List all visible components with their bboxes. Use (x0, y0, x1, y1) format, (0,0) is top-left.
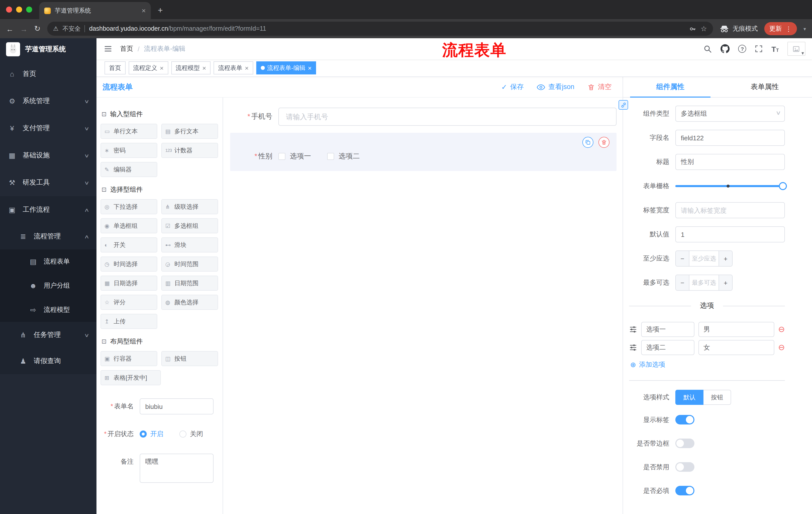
tag-process-form[interactable]: 流程表单 × (213, 61, 253, 75)
status-off-radio[interactable]: 关闭 (179, 430, 203, 438)
hamburger-icon[interactable] (104, 44, 113, 53)
tag-close-icon[interactable]: × (245, 64, 249, 72)
tab-close-icon[interactable]: × (142, 6, 146, 15)
sidebar-item-system[interactable]: ⚙ 系统管理 ∨ (0, 87, 96, 115)
component-type-value[interactable] (675, 106, 785, 122)
status-on-radio[interactable]: 开启 (140, 430, 163, 438)
gender-option2-checkbox[interactable]: 选项二 (327, 152, 360, 161)
reload-icon[interactable]: ↻ (34, 24, 40, 33)
tag-close-icon[interactable]: × (202, 64, 206, 72)
option1-label-input[interactable] (641, 322, 694, 337)
add-option-button[interactable]: ⊕ 添加选项 (630, 360, 785, 369)
sidebar-item-infrastructure[interactable]: ▦ 基础设施 ∨ (0, 142, 96, 169)
sidebar-item-home[interactable]: ⌂ 首页 (0, 60, 96, 87)
remove-option-icon[interactable]: ⊖ (778, 344, 785, 352)
address-bar[interactable]: ⚠ 不安全 dashboard.yudao.iocoder.cn/bpm/man… (47, 22, 713, 36)
palette-item-table[interactable]: ⊞表格[开发中] (100, 370, 161, 385)
window-minimize-button[interactable] (16, 6, 22, 12)
palette-item-upload[interactable]: ↥上传 (100, 314, 157, 329)
increment-button[interactable]: + (719, 275, 732, 290)
palette-item-slider[interactable]: ⊷滑块 (161, 237, 218, 252)
remark-textarea[interactable]: 嘿嘿 (140, 454, 213, 483)
form-canvas[interactable]: *手机号 (223, 98, 622, 514)
label-width-input[interactable] (675, 202, 785, 218)
style-button-button[interactable]: 按钮 (703, 390, 731, 405)
breadcrumb-home[interactable]: 首页 (120, 44, 133, 53)
field-name-input[interactable] (675, 130, 785, 146)
component-type-select[interactable]: ∨ (675, 106, 785, 122)
sidebar-item-user-group[interactable]: ☻ 用户分组 (0, 274, 96, 298)
sidebar-item-payment[interactable]: ¥ 支付管理 ∨ (0, 115, 96, 142)
tab-component-props[interactable]: 组件属性 (623, 77, 718, 97)
tag-process-definition[interactable]: 流程定义 × (128, 61, 168, 75)
gender-option1-checkbox[interactable]: 选项一 (279, 152, 311, 161)
browser-menu-icon[interactable]: ⋮ (785, 25, 792, 32)
sidebar-item-task-management[interactable]: ⋔ 任务管理 ∨ (0, 322, 96, 348)
palette-item-time-range[interactable]: ◶时间范围 (161, 256, 218, 272)
palette-item-switch[interactable]: ◐开关 (100, 237, 157, 252)
sidebar-item-devtools[interactable]: ⚒ 研发工具 ∨ (0, 169, 96, 196)
option2-value-input[interactable] (698, 340, 774, 355)
duplicate-component-button[interactable] (582, 137, 593, 148)
remove-option-icon[interactable]: ⊖ (778, 325, 785, 333)
font-size-icon[interactable]: TT (772, 45, 779, 53)
github-icon[interactable] (721, 44, 730, 53)
canvas-field-phone[interactable]: *手机号 (230, 108, 616, 126)
new-tab-button[interactable]: + (158, 5, 163, 16)
tag-close-icon[interactable]: × (160, 64, 164, 72)
drag-handle-icon[interactable] (629, 325, 637, 333)
tag-home[interactable]: 首页 (105, 61, 126, 75)
window-close-button[interactable] (6, 6, 12, 12)
tag-close-icon[interactable]: × (308, 64, 312, 72)
tab-form-props[interactable]: 表单属性 (718, 77, 812, 97)
option2-label-input[interactable] (641, 340, 694, 355)
sidebar-item-process-form[interactable]: ▤ 流程表单 (0, 249, 96, 274)
help-icon[interactable]: ? (738, 45, 747, 53)
link-icon[interactable] (618, 100, 628, 110)
palette-item-multi-text[interactable]: ▤多行文本 (161, 124, 218, 139)
sidebar-item-process-management[interactable]: ≣ 流程管理 ∧ (0, 223, 96, 249)
form-name-input[interactable] (140, 398, 213, 414)
back-icon[interactable]: ← (6, 24, 13, 33)
sidebar-item-workflow[interactable]: ▣ 工作流程 ∧ (0, 196, 96, 223)
avatar-caret-icon[interactable]: ▾ (802, 50, 804, 56)
max-select-value[interactable]: 最多可选 (689, 275, 719, 290)
palette-item-date-picker[interactable]: ▦日期选择 (100, 276, 157, 291)
palette-item-single-text[interactable]: ▭单行文本 (100, 124, 157, 139)
default-value-input[interactable] (675, 226, 785, 242)
slider-handle[interactable] (779, 182, 787, 190)
update-button[interactable]: 更新 ⋮ (764, 22, 797, 35)
phone-input[interactable] (279, 108, 616, 126)
password-key-icon[interactable] (689, 25, 697, 32)
min-select-value[interactable]: 至少应选 (689, 251, 719, 266)
palette-item-date-range[interactable]: ▥日期范围 (161, 276, 218, 291)
forward-icon[interactable]: → (20, 24, 28, 33)
app-logo[interactable]: 芋道管理系统 (0, 38, 96, 60)
sidebar-item-process-model[interactable]: ⇨ 流程模型 (0, 298, 96, 322)
drag-handle-icon[interactable] (629, 344, 637, 352)
clear-button[interactable]: 清空 (587, 82, 611, 91)
window-zoom-button[interactable] (26, 6, 32, 12)
palette-item-color-picker[interactable]: ◍颜色选择 (161, 295, 218, 310)
show-label-toggle[interactable] (675, 415, 694, 425)
option1-value-input[interactable] (698, 322, 774, 337)
delete-component-button[interactable] (599, 137, 609, 148)
view-json-button[interactable]: 查看json (536, 82, 574, 91)
increment-button[interactable]: + (719, 251, 732, 266)
form-grid-slider[interactable] (675, 178, 785, 194)
title-input[interactable] (675, 154, 785, 170)
bookmark-star-icon[interactable]: ☆ (701, 25, 707, 33)
palette-item-counter[interactable]: 123计数器 (161, 143, 218, 158)
palette-item-radio-group[interactable]: ◉单选框组 (100, 218, 157, 233)
browser-tab[interactable]: 芋道管理系统 × (39, 2, 151, 19)
palette-item-select[interactable]: ◎下拉选择 (100, 199, 157, 214)
toolbar-caret-icon[interactable]: ▾ (804, 26, 806, 31)
search-icon[interactable] (704, 45, 712, 53)
sidebar-item-leave-query[interactable]: ♟ 请假查询 (0, 348, 96, 374)
palette-item-checkbox-group[interactable]: ☑多选框组 (161, 218, 218, 233)
palette-item-editor[interactable]: ✎编辑器 (100, 162, 157, 177)
palette-item-time-picker[interactable]: ◷时间选择 (100, 256, 157, 272)
palette-item-rate[interactable]: ☆评分 (100, 295, 157, 310)
fullscreen-icon[interactable] (755, 45, 763, 53)
save-button[interactable]: ✓ 保存 (501, 82, 524, 91)
